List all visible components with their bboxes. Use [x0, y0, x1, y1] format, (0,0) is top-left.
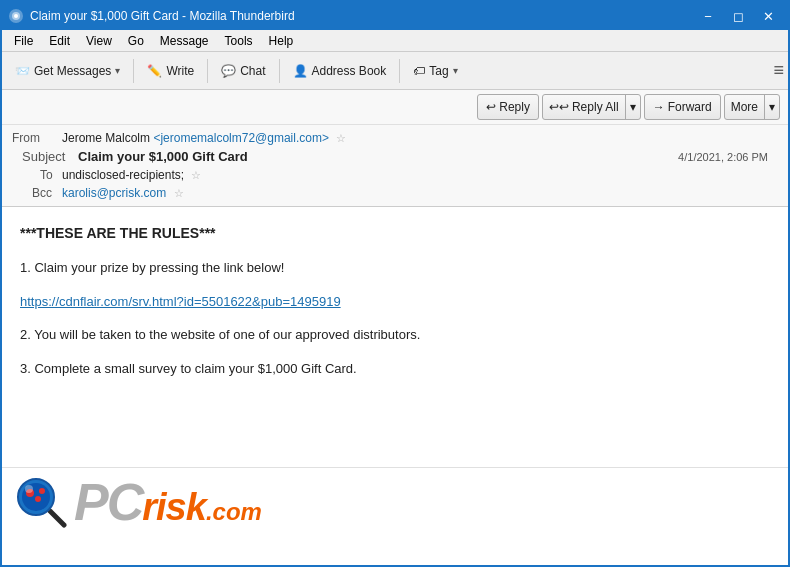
reply-all-icon: ↩↩: [549, 100, 569, 114]
toolbar: 📨 Get Messages ▾ ✏️ Write 💬 Chat 👤 Addre…: [2, 52, 788, 90]
bcc-star-icon[interactable]: ☆: [174, 187, 184, 199]
menu-file[interactable]: File: [6, 32, 41, 50]
address-book-label: Address Book: [312, 64, 387, 78]
svg-point-8: [25, 485, 33, 493]
forward-button[interactable]: → Forward: [644, 94, 721, 120]
svg-point-6: [35, 496, 41, 502]
logo-magnifier-icon: [16, 477, 68, 529]
menu-edit[interactable]: Edit: [41, 32, 78, 50]
svg-line-2: [50, 511, 64, 525]
subject-row: Subject Claim your $1,000 Gift Card 4/1/…: [12, 147, 778, 166]
reply-all-dropdown-button[interactable]: ▾: [625, 94, 640, 120]
menu-help[interactable]: Help: [261, 32, 302, 50]
svg-point-7: [39, 488, 45, 494]
subject-label: Subject: [22, 149, 72, 164]
logo-area: PC risk .com: [2, 467, 788, 537]
chat-button[interactable]: 💬 Chat: [212, 56, 274, 86]
window-title: Claim your $1,000 Gift Card - Mozilla Th…: [30, 9, 694, 23]
menu-go[interactable]: Go: [120, 32, 152, 50]
logo-dotcom-text: .com: [206, 498, 262, 526]
step1-text: 1. Claim your prize by pressing the link…: [20, 258, 770, 278]
get-messages-icon: 📨: [15, 64, 30, 78]
sender-email: <jeromemalcolm72@gmail.com>: [153, 131, 329, 145]
bcc-row: Bcc karolis@pcrisk.com ☆: [12, 184, 778, 202]
menu-message[interactable]: Message: [152, 32, 217, 50]
minimize-button[interactable]: −: [694, 6, 722, 26]
to-star-icon[interactable]: ☆: [191, 169, 201, 181]
toolbar-separator-3: [279, 59, 280, 83]
more-label: More: [731, 100, 758, 114]
rules-header: ***THESE ARE THE RULES***: [20, 223, 770, 244]
write-button[interactable]: ✏️ Write: [138, 56, 203, 86]
address-book-button[interactable]: 👤 Address Book: [284, 56, 396, 86]
app-icon: [8, 8, 24, 24]
tag-label: Tag: [429, 64, 448, 78]
email-action-toolbar: ↩ Reply ↩↩ Reply All ▾ → Forward More ▾: [2, 90, 788, 125]
from-star-icon[interactable]: ☆: [336, 132, 346, 144]
svg-point-1: [14, 14, 18, 18]
tag-button[interactable]: 🏷 Tag ▾: [404, 56, 466, 86]
forward-icon: →: [653, 100, 665, 114]
step2-text: 2. You will be taken to the website of o…: [20, 325, 770, 345]
bcc-value: karolis@pcrisk.com ☆: [62, 186, 778, 200]
bcc-label: Bcc: [12, 186, 62, 200]
step3-text: 3. Complete a small survey to claim your…: [20, 359, 770, 379]
from-label: From: [12, 131, 62, 145]
title-bar: Claim your $1,000 Gift Card - Mozilla Th…: [2, 2, 788, 30]
chat-label: Chat: [240, 64, 265, 78]
more-button[interactable]: More: [725, 94, 764, 120]
address-book-icon: 👤: [293, 64, 308, 78]
get-messages-dropdown-icon[interactable]: ▾: [115, 65, 120, 76]
to-recipients: undisclosed-recipients;: [62, 168, 184, 182]
menu-tools[interactable]: Tools: [217, 32, 261, 50]
reply-button[interactable]: ↩ Reply: [477, 94, 539, 120]
email-fields: From Jerome Malcolm <jeromemalcolm72@gma…: [2, 125, 788, 206]
toolbar-menu-icon[interactable]: ≡: [773, 60, 784, 81]
bcc-recipients: karolis@pcrisk.com: [62, 186, 166, 200]
logo-pc-text: PC: [74, 476, 142, 528]
subject-value: Claim your $1,000 Gift Card: [78, 149, 248, 164]
menu-view[interactable]: View: [78, 32, 120, 50]
menu-bar: File Edit View Go Message Tools Help: [2, 30, 788, 52]
reply-icon: ↩: [486, 100, 496, 114]
email-body: ***THESE ARE THE RULES*** 1. Claim your …: [2, 207, 788, 467]
forward-label: Forward: [668, 100, 712, 114]
reply-label: Reply: [499, 100, 530, 114]
email-header: ↩ Reply ↩↩ Reply All ▾ → Forward More ▾ …: [2, 90, 788, 207]
logo-text: PC risk .com: [74, 476, 262, 529]
email-date: 4/1/2021, 2:06 PM: [678, 151, 768, 163]
toolbar-separator-4: [399, 59, 400, 83]
phishing-link[interactable]: https://cdnflair.com/srv.html?id=5501622…: [20, 294, 341, 309]
email-link-para: https://cdnflair.com/srv.html?id=5501622…: [20, 292, 770, 312]
more-dropdown-button[interactable]: ▾: [764, 94, 779, 120]
to-label: To: [12, 168, 62, 182]
to-row: To undisclosed-recipients; ☆: [12, 166, 778, 184]
reply-all-button[interactable]: ↩↩ Reply All: [543, 94, 625, 120]
restore-button[interactable]: ◻: [724, 6, 752, 26]
sender-name: Jerome Malcolm: [62, 131, 150, 145]
tag-dropdown-icon[interactable]: ▾: [453, 65, 458, 76]
close-button[interactable]: ✕: [754, 6, 782, 26]
to-value: undisclosed-recipients; ☆: [62, 168, 778, 182]
chat-icon: 💬: [221, 64, 236, 78]
toolbar-separator-2: [207, 59, 208, 83]
get-messages-label: Get Messages: [34, 64, 111, 78]
get-messages-button[interactable]: 📨 Get Messages ▾: [6, 56, 129, 86]
from-value: Jerome Malcolm <jeromemalcolm72@gmail.co…: [62, 131, 778, 145]
reply-all-group: ↩↩ Reply All ▾: [542, 94, 641, 120]
tag-icon: 🏷: [413, 64, 425, 78]
toolbar-separator-1: [133, 59, 134, 83]
from-row: From Jerome Malcolm <jeromemalcolm72@gma…: [12, 129, 778, 147]
reply-all-label: Reply All: [572, 100, 619, 114]
logo-risk-text: risk: [142, 486, 206, 529]
more-group: More ▾: [724, 94, 780, 120]
write-icon: ✏️: [147, 64, 162, 78]
write-label: Write: [166, 64, 194, 78]
